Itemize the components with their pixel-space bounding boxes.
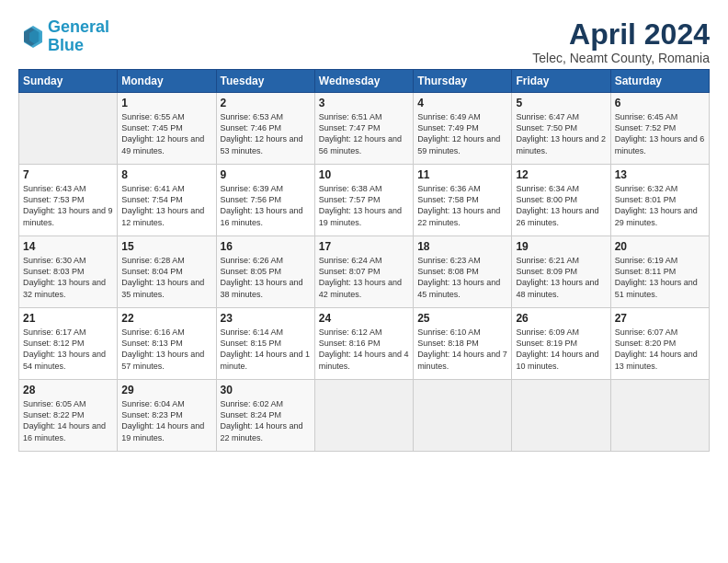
day-number: 17	[319, 240, 409, 253]
weekday-header-tuesday: Tuesday	[216, 70, 314, 93]
calendar-cell: 4Sunrise: 6:49 AMSunset: 7:49 PMDaylight…	[414, 93, 512, 165]
calendar-cell: 3Sunrise: 6:51 AMSunset: 7:47 PMDaylight…	[314, 93, 413, 165]
calendar-cell	[512, 380, 610, 452]
day-number: 2	[221, 97, 311, 109]
day-number: 11	[417, 168, 507, 181]
cell-text: Sunrise: 6:43 AMSunset: 7:53 PMDaylight:…	[23, 183, 113, 228]
day-number: 3	[319, 97, 409, 109]
cell-text: Sunrise: 6:17 AMSunset: 8:12 PMDaylight:…	[23, 327, 113, 372]
cell-text: Sunrise: 6:28 AMSunset: 8:04 PMDaylight:…	[121, 255, 211, 300]
day-number: 21	[23, 312, 113, 325]
title-block: April 2024 Telec, Neamt County, Romania	[532, 18, 710, 65]
day-number: 30	[221, 384, 311, 396]
day-number: 20	[615, 240, 705, 253]
day-number: 13	[615, 168, 705, 181]
calendar-cell: 6Sunrise: 6:45 AMSunset: 7:52 PMDaylight…	[610, 93, 709, 165]
calendar-cell: 17Sunrise: 6:24 AMSunset: 8:07 PMDayligh…	[314, 236, 413, 308]
cell-text: Sunrise: 6:05 AMSunset: 8:22 PMDaylight:…	[23, 398, 113, 443]
weekday-header-monday: Monday	[118, 70, 216, 93]
header: General Blue April 2024 Telec, Neamt Cou…	[18, 18, 710, 65]
day-number: 27	[615, 312, 705, 325]
day-number: 16	[221, 240, 311, 253]
day-number: 24	[319, 312, 409, 325]
calendar-cell: 29Sunrise: 6:04 AMSunset: 8:23 PMDayligh…	[118, 380, 216, 452]
calendar-cell: 7Sunrise: 6:43 AMSunset: 7:53 PMDaylight…	[19, 165, 118, 236]
calendar-cell: 2Sunrise: 6:53 AMSunset: 7:46 PMDaylight…	[216, 93, 314, 165]
calendar-cell: 19Sunrise: 6:21 AMSunset: 8:09 PMDayligh…	[512, 236, 610, 308]
day-number: 26	[516, 312, 606, 325]
day-number: 5	[516, 97, 606, 109]
day-number: 25	[417, 312, 507, 325]
weekday-header-friday: Friday	[512, 70, 610, 93]
weekday-header-sunday: Sunday	[19, 70, 118, 93]
calendar-cell: 16Sunrise: 6:26 AMSunset: 8:05 PMDayligh…	[216, 236, 314, 308]
day-number: 28	[23, 384, 113, 396]
month-title: April 2024	[532, 18, 710, 51]
calendar-cell: 21Sunrise: 6:17 AMSunset: 8:12 PMDayligh…	[19, 308, 118, 380]
calendar-cell: 12Sunrise: 6:34 AMSunset: 8:00 PMDayligh…	[512, 165, 610, 236]
day-number: 7	[23, 168, 113, 181]
calendar-cell: 24Sunrise: 6:12 AMSunset: 8:16 PMDayligh…	[314, 308, 413, 380]
calendar-table: SundayMondayTuesdayWednesdayThursdayFrid…	[18, 69, 710, 452]
day-number: 8	[121, 168, 211, 181]
calendar-cell	[314, 380, 413, 452]
cell-text: Sunrise: 6:04 AMSunset: 8:23 PMDaylight:…	[121, 398, 211, 443]
cell-text: Sunrise: 6:55 AMSunset: 7:45 PMDaylight:…	[121, 111, 211, 156]
cell-text: Sunrise: 6:53 AMSunset: 7:46 PMDaylight:…	[221, 111, 311, 156]
cell-text: Sunrise: 6:24 AMSunset: 8:07 PMDaylight:…	[319, 255, 409, 300]
logo-icon	[18, 24, 44, 50]
calendar-cell	[610, 380, 709, 452]
day-number: 10	[319, 168, 409, 181]
calendar-cell: 20Sunrise: 6:19 AMSunset: 8:11 PMDayligh…	[610, 236, 709, 308]
logo-text: General Blue	[48, 18, 109, 55]
weekday-header-wednesday: Wednesday	[314, 70, 413, 93]
calendar-cell: 27Sunrise: 6:07 AMSunset: 8:20 PMDayligh…	[610, 308, 709, 380]
cell-text: Sunrise: 6:16 AMSunset: 8:13 PMDaylight:…	[121, 327, 211, 372]
day-number: 18	[417, 240, 507, 253]
calendar-cell: 14Sunrise: 6:30 AMSunset: 8:03 PMDayligh…	[19, 236, 118, 308]
calendar-cell: 15Sunrise: 6:28 AMSunset: 8:04 PMDayligh…	[118, 236, 216, 308]
cell-text: Sunrise: 6:39 AMSunset: 7:56 PMDaylight:…	[221, 183, 311, 228]
calendar-cell	[414, 380, 512, 452]
cell-text: Sunrise: 6:19 AMSunset: 8:11 PMDaylight:…	[615, 255, 705, 300]
cell-text: Sunrise: 6:45 AMSunset: 7:52 PMDaylight:…	[615, 111, 705, 156]
cell-text: Sunrise: 6:07 AMSunset: 8:20 PMDaylight:…	[615, 327, 705, 372]
day-number: 6	[615, 97, 705, 109]
cell-text: Sunrise: 6:12 AMSunset: 8:16 PMDaylight:…	[319, 327, 409, 372]
cell-text: Sunrise: 6:14 AMSunset: 8:15 PMDaylight:…	[221, 327, 311, 372]
cell-text: Sunrise: 6:09 AMSunset: 8:19 PMDaylight:…	[516, 327, 606, 372]
logo: General Blue	[18, 18, 109, 55]
calendar-cell	[19, 93, 118, 165]
day-number: 12	[516, 168, 606, 181]
day-number: 22	[121, 312, 211, 325]
calendar-cell: 11Sunrise: 6:36 AMSunset: 7:58 PMDayligh…	[414, 165, 512, 236]
day-number: 1	[121, 97, 211, 109]
calendar-cell: 5Sunrise: 6:47 AMSunset: 7:50 PMDaylight…	[512, 93, 610, 165]
day-number: 4	[417, 97, 507, 109]
calendar-cell: 25Sunrise: 6:10 AMSunset: 8:18 PMDayligh…	[414, 308, 512, 380]
day-number: 9	[221, 168, 311, 181]
calendar-cell: 30Sunrise: 6:02 AMSunset: 8:24 PMDayligh…	[216, 380, 314, 452]
day-number: 14	[23, 240, 113, 253]
calendar-cell: 10Sunrise: 6:38 AMSunset: 7:57 PMDayligh…	[314, 165, 413, 236]
day-number: 15	[121, 240, 211, 253]
day-number: 29	[121, 384, 211, 396]
cell-text: Sunrise: 6:49 AMSunset: 7:49 PMDaylight:…	[417, 111, 507, 156]
cell-text: Sunrise: 6:26 AMSunset: 8:05 PMDaylight:…	[221, 255, 311, 300]
cell-text: Sunrise: 6:47 AMSunset: 7:50 PMDaylight:…	[516, 111, 606, 156]
cell-text: Sunrise: 6:41 AMSunset: 7:54 PMDaylight:…	[121, 183, 211, 228]
calendar-cell: 22Sunrise: 6:16 AMSunset: 8:13 PMDayligh…	[118, 308, 216, 380]
cell-text: Sunrise: 6:21 AMSunset: 8:09 PMDaylight:…	[516, 255, 606, 300]
calendar-cell: 28Sunrise: 6:05 AMSunset: 8:22 PMDayligh…	[19, 380, 118, 452]
cell-text: Sunrise: 6:02 AMSunset: 8:24 PMDaylight:…	[221, 398, 311, 443]
calendar-cell: 9Sunrise: 6:39 AMSunset: 7:56 PMDaylight…	[216, 165, 314, 236]
day-number: 19	[516, 240, 606, 253]
calendar-cell: 23Sunrise: 6:14 AMSunset: 8:15 PMDayligh…	[216, 308, 314, 380]
cell-text: Sunrise: 6:34 AMSunset: 8:00 PMDaylight:…	[516, 183, 606, 228]
cell-text: Sunrise: 6:36 AMSunset: 7:58 PMDaylight:…	[417, 183, 507, 228]
cell-text: Sunrise: 6:30 AMSunset: 8:03 PMDaylight:…	[23, 255, 113, 300]
calendar-cell: 18Sunrise: 6:23 AMSunset: 8:08 PMDayligh…	[414, 236, 512, 308]
cell-text: Sunrise: 6:23 AMSunset: 8:08 PMDaylight:…	[417, 255, 507, 300]
cell-text: Sunrise: 6:51 AMSunset: 7:47 PMDaylight:…	[319, 111, 409, 156]
calendar-cell: 1Sunrise: 6:55 AMSunset: 7:45 PMDaylight…	[118, 93, 216, 165]
